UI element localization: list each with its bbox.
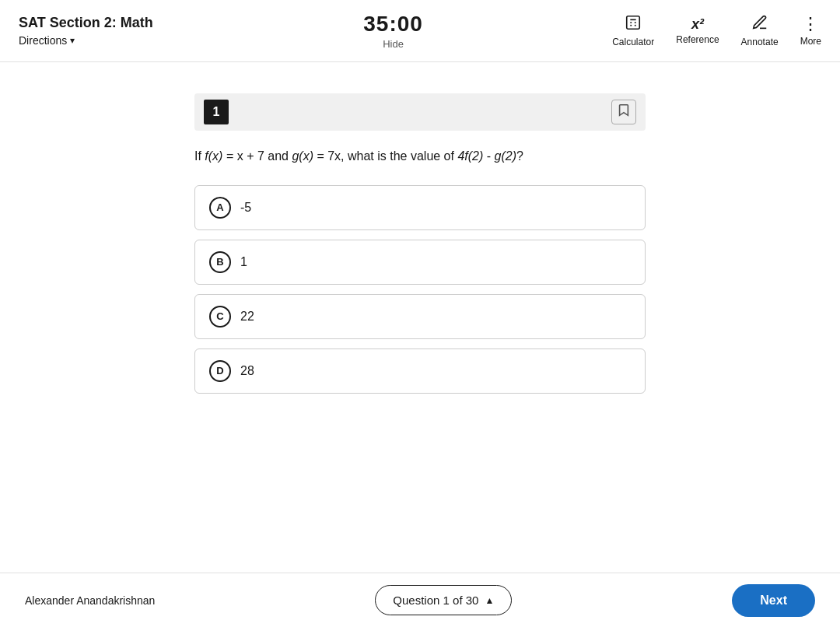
user-name: Alexander Anandakrishnan xyxy=(25,594,155,607)
choice-d-text: 28 xyxy=(240,364,254,378)
choice-b-text: 1 xyxy=(240,255,247,269)
hide-label[interactable]: Hide xyxy=(383,38,404,50)
question-container: 1 If f(x) = x + 7 and g(x) = 7x, what is… xyxy=(194,93,646,394)
choice-b-circle: B xyxy=(209,251,231,273)
calculator-button[interactable]: Calculator xyxy=(612,14,654,47)
choice-a[interactable]: A -5 xyxy=(194,185,646,230)
header-right: Calculator x² Reference Annotate ⋮ More xyxy=(612,14,821,47)
choice-b[interactable]: B 1 xyxy=(194,240,646,285)
annotate-label: Annotate xyxy=(741,37,779,47)
more-icon: ⋮ xyxy=(802,16,819,33)
choice-a-circle: A xyxy=(209,197,231,219)
choice-d[interactable]: D 28 xyxy=(194,349,646,394)
question-nav-button[interactable]: Question 1 of 30 ▲ xyxy=(375,585,512,615)
header: SAT Section 2: Math Directions ▾ 35:00 H… xyxy=(0,0,840,62)
choice-a-text: -5 xyxy=(240,201,251,215)
bookmark-button[interactable] xyxy=(611,100,636,124)
svg-rect-0 xyxy=(627,16,640,30)
answer-choices: A -5 B 1 C 22 D 28 xyxy=(194,185,646,394)
main-content: 1 If f(x) = x + 7 and g(x) = 7x, what is… xyxy=(0,62,840,573)
question-number: 1 xyxy=(204,100,229,124)
reference-icon: x² xyxy=(691,17,704,31)
question-nav-label: Question 1 of 30 xyxy=(393,594,478,607)
footer: Alexander Anandakrishnan Question 1 of 3… xyxy=(0,573,840,627)
question-nav-arrow-icon: ▲ xyxy=(485,595,494,606)
choice-c-circle: C xyxy=(209,306,231,328)
chevron-down-icon: ▾ xyxy=(70,35,75,46)
header-center: 35:00 Hide xyxy=(363,12,423,50)
directions-button[interactable]: Directions ▾ xyxy=(19,34,174,47)
annotate-icon xyxy=(751,14,768,33)
more-label: More xyxy=(800,36,821,47)
header-left: SAT Section 2: Math Directions ▾ xyxy=(19,15,174,47)
reference-button[interactable]: x² Reference xyxy=(676,17,719,45)
choice-d-circle: D xyxy=(209,360,231,382)
directions-label: Directions xyxy=(19,34,67,47)
calculator-label: Calculator xyxy=(612,37,654,47)
timer-display: 35:00 xyxy=(363,12,423,37)
next-button[interactable]: Next xyxy=(732,584,815,617)
question-text: If f(x) = x + 7 and g(x) = 7x, what is t… xyxy=(194,146,646,166)
calculator-icon xyxy=(625,14,642,33)
annotate-button[interactable]: Annotate xyxy=(741,14,779,47)
section-title: SAT Section 2: Math xyxy=(19,15,174,31)
reference-label: Reference xyxy=(676,34,719,45)
question-bar: 1 xyxy=(194,93,646,131)
more-button[interactable]: ⋮ More xyxy=(800,16,821,47)
choice-c[interactable]: C 22 xyxy=(194,294,646,339)
choice-c-text: 22 xyxy=(240,310,254,324)
bookmark-icon xyxy=(618,103,630,121)
